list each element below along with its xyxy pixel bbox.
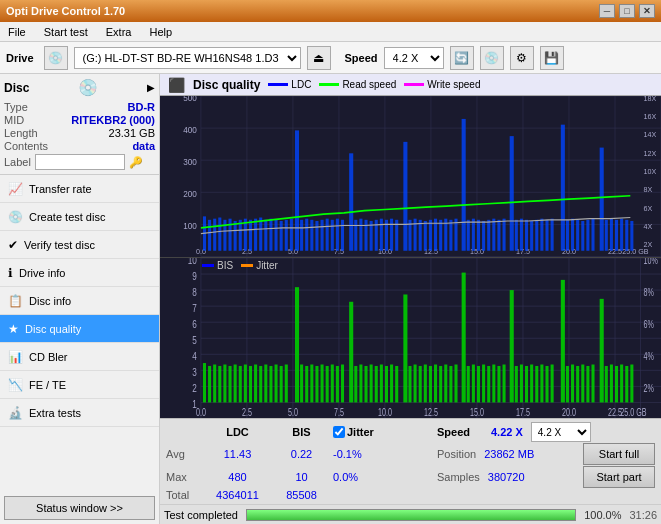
- disc-button[interactable]: 💿: [480, 46, 504, 70]
- sidebar-item-label: Verify test disc: [24, 239, 95, 251]
- refresh-button[interactable]: 🔄: [450, 46, 474, 70]
- svg-rect-197: [336, 365, 339, 401]
- svg-text:25.0 GB: 25.0 GB: [620, 406, 646, 418]
- close-button[interactable]: ✕: [639, 4, 655, 18]
- sidebar-item-create-test-disc[interactable]: 💿 Create test disc: [0, 203, 159, 231]
- svg-rect-211: [414, 364, 417, 402]
- disc-type-label: Type: [4, 101, 28, 113]
- progress-area: Test completed 100.0% 31:26: [160, 504, 661, 524]
- svg-rect-104: [525, 220, 528, 251]
- svg-rect-184: [264, 364, 267, 402]
- svg-rect-68: [331, 220, 334, 251]
- disc-contents-label: Contents: [4, 140, 48, 152]
- svg-rect-101: [510, 136, 514, 251]
- status-text: Test completed: [164, 509, 238, 521]
- svg-rect-73: [359, 219, 362, 251]
- position-label: Position: [437, 448, 476, 460]
- svg-rect-203: [370, 364, 373, 402]
- chart-header: ⬛ Disc quality LDC Read speed Write spee…: [160, 74, 661, 96]
- svg-rect-234: [535, 365, 538, 401]
- save-button[interactable]: 💾: [540, 46, 564, 70]
- drive-icon-button[interactable]: 💿: [44, 46, 68, 70]
- eject-button[interactable]: ⏏: [307, 46, 331, 70]
- avg-ldc: 11.43: [205, 448, 270, 460]
- svg-rect-121: [620, 219, 623, 251]
- svg-rect-186: [275, 364, 278, 402]
- settings-button[interactable]: ⚙: [510, 46, 534, 70]
- stats-ldc-header: LDC: [205, 426, 270, 438]
- sidebar-item-cd-bler[interactable]: 📊 CD Bler: [0, 343, 159, 371]
- svg-rect-50: [239, 220, 242, 251]
- sidebar-item-verify-test-disc[interactable]: ✔ Verify test disc: [0, 231, 159, 259]
- svg-rect-90: [449, 220, 452, 251]
- sidebar-item-label: FE / TE: [29, 379, 66, 391]
- svg-rect-77: [380, 219, 383, 251]
- progress-bar-container: [246, 509, 576, 521]
- status-window-button[interactable]: Status window >>: [4, 496, 155, 520]
- svg-rect-49: [234, 221, 237, 251]
- svg-rect-48: [229, 219, 232, 251]
- disc-label-icon[interactable]: 🔑: [129, 156, 143, 169]
- menu-extra[interactable]: Extra: [102, 25, 136, 39]
- legend-write-speed-label: Write speed: [427, 79, 480, 90]
- avg-jitter: -0.1%: [333, 448, 433, 460]
- svg-rect-72: [354, 220, 357, 251]
- svg-rect-92: [462, 119, 466, 251]
- legend-read-speed-label: Read speed: [342, 79, 396, 90]
- svg-text:14X: 14X: [644, 130, 657, 139]
- menu-start-test[interactable]: Start test: [40, 25, 92, 39]
- svg-text:10%: 10%: [644, 258, 658, 266]
- sidebar-item-disc-info[interactable]: 📋 Disc info: [0, 287, 159, 315]
- disc-label-input[interactable]: [35, 154, 125, 170]
- svg-rect-175: [218, 365, 221, 401]
- sidebar-item-label: Drive info: [19, 267, 65, 279]
- sidebar-item-extra-tests[interactable]: 🔬 Extra tests: [0, 399, 159, 427]
- svg-text:16X: 16X: [644, 112, 657, 121]
- menu-file[interactable]: File: [4, 25, 30, 39]
- sidebar-item-label: Extra tests: [29, 407, 81, 419]
- sidebar-item-drive-info[interactable]: ℹ Drive info: [0, 259, 159, 287]
- charts-area: 500 400 300 200 100 18X 16X 14X 12X 10X …: [160, 96, 661, 418]
- svg-text:6%: 6%: [644, 318, 654, 330]
- svg-rect-248: [615, 365, 618, 401]
- speed-select-stats[interactable]: 4.2 X: [531, 422, 591, 442]
- svg-rect-94: [472, 219, 475, 251]
- sidebar-item-fe-te[interactable]: 📉 FE / TE: [0, 371, 159, 399]
- start-part-button[interactable]: Start part: [583, 466, 655, 488]
- svg-text:4%: 4%: [644, 350, 654, 362]
- svg-rect-109: [551, 219, 554, 251]
- svg-rect-84: [419, 220, 422, 251]
- max-ldc: 480: [205, 471, 270, 483]
- svg-rect-238: [561, 279, 565, 402]
- svg-text:10.0: 10.0: [378, 406, 392, 418]
- svg-rect-214: [429, 365, 432, 401]
- maximize-button[interactable]: □: [619, 4, 635, 18]
- speed-value: 4.22 X: [491, 426, 523, 438]
- menu-help[interactable]: Help: [145, 25, 176, 39]
- jitter-color: [241, 264, 253, 267]
- jitter-checkbox[interactable]: [333, 426, 345, 438]
- svg-rect-172: [203, 363, 206, 402]
- svg-rect-202: [364, 365, 367, 401]
- drive-selector[interactable]: (G:) HL-DT-ST BD-RE WH16NS48 1.D3: [74, 47, 301, 69]
- disc-arrow-icon: ▶: [147, 82, 155, 93]
- minimize-button[interactable]: ─: [599, 4, 615, 18]
- svg-rect-176: [223, 364, 226, 402]
- svg-rect-219: [454, 364, 457, 402]
- svg-rect-210: [408, 365, 411, 401]
- svg-rect-190: [300, 364, 303, 402]
- sidebar-item-transfer-rate[interactable]: 📈 Transfer rate: [0, 175, 159, 203]
- sidebar-item-disc-quality[interactable]: ★ Disc quality: [0, 315, 159, 343]
- start-full-button[interactable]: Start full: [583, 443, 655, 465]
- svg-rect-192: [310, 364, 313, 402]
- disc-info-icon: 📋: [8, 294, 23, 308]
- svg-text:4X: 4X: [644, 222, 653, 231]
- main-layout: Disc 💿 ▶ Type BD-R MID RITEKBR2 (000) Le…: [0, 74, 661, 524]
- svg-rect-236: [545, 365, 548, 401]
- speed-selector[interactable]: 4.2 X 2.0 X 1.0 X: [384, 47, 444, 69]
- svg-rect-118: [605, 220, 608, 251]
- disc-length-value: 23.31 GB: [109, 127, 155, 139]
- avg-bis: 0.22: [274, 448, 329, 460]
- svg-rect-199: [349, 301, 353, 402]
- svg-rect-69: [336, 219, 339, 251]
